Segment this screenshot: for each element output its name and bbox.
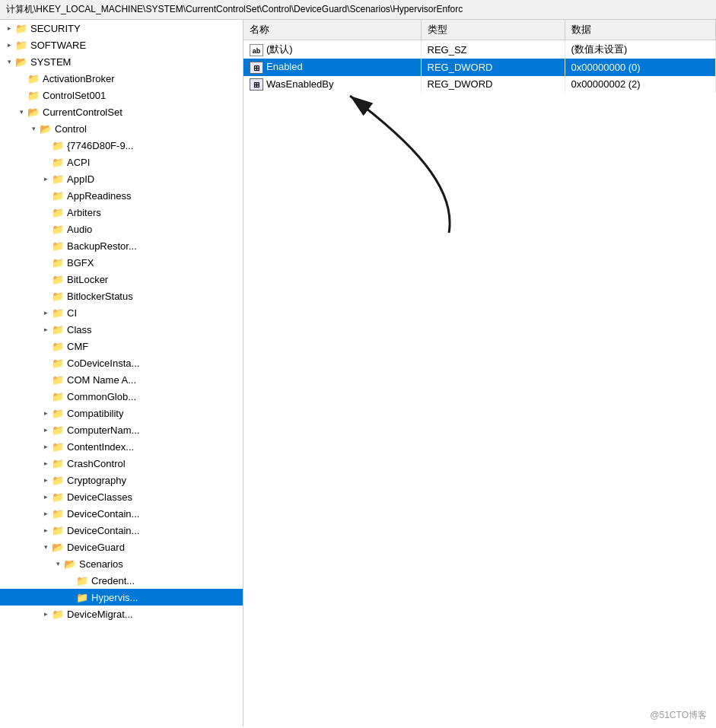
string-icon: ab <box>250 44 263 56</box>
tree-item-guid7746[interactable]: 📁{7746D80F-9... <box>0 137 243 154</box>
tree-item-label: DeviceGuard <box>67 542 125 553</box>
tree-item-bitlocker[interactable]: 📁BitLocker <box>0 271 243 288</box>
tree-item-deviceguard[interactable]: ▾📂DeviceGuard <box>0 539 243 555</box>
tree-item-appreadiness[interactable]: 📁AppReadiness <box>0 187 243 204</box>
tree-item-label: Hypervis... <box>91 592 138 603</box>
folder-icon: 📁 <box>52 358 64 369</box>
folder-icon: 📁 <box>52 224 64 235</box>
tree-item-label: DeviceContain... <box>67 525 139 536</box>
expand-btn[interactable]: ▸ <box>40 323 52 335</box>
tree-item-computernam[interactable]: ▸📁ComputerNam... <box>0 421 243 438</box>
folder-icon: 📁 <box>52 274 64 285</box>
tree-item-hypervis[interactable]: 📁Hypervis... <box>0 589 243 606</box>
expand-placeholder <box>15 89 27 101</box>
collapse-btn[interactable]: ▾ <box>3 56 15 68</box>
tree-item-bitlockerstatus[interactable]: 📁BitlockerStatus <box>0 288 243 304</box>
tree-item-codeviceinsta[interactable]: 📁CoDeviceInsta... <box>0 354 243 371</box>
folder-icon: 📁 <box>76 592 88 603</box>
tree-item-label: CurrentControlSet <box>43 106 123 118</box>
tree-item-class[interactable]: ▸📁Class <box>0 321 243 338</box>
watermark: @51CTO博客 <box>650 709 707 722</box>
tree-item-label: CMF <box>67 341 88 352</box>
collapse-btn[interactable]: ▾ <box>27 122 40 135</box>
tree-item-deviceclasses[interactable]: ▸📁DeviceClasses <box>0 488 243 505</box>
expand-btn[interactable]: ▸ <box>40 524 52 536</box>
collapse-btn[interactable]: ▾ <box>15 106 27 118</box>
folder-icon: 📁 <box>52 341 64 352</box>
tree-item-label: ComputerNam... <box>67 424 139 436</box>
expand-btn[interactable]: ▸ <box>3 39 15 51</box>
expand-btn[interactable]: ▸ <box>40 424 52 436</box>
expand-placeholder <box>40 340 52 352</box>
reg-entry-name: ab(默认) <box>243 40 421 59</box>
expand-btn[interactable]: ▸ <box>40 491 52 503</box>
expand-placeholder <box>40 223 52 235</box>
tree-item-devicemigrat[interactable]: ▸📁DeviceMigrat... <box>0 606 243 622</box>
folder-icon: 📁 <box>52 240 64 252</box>
expand-btn[interactable]: ▸ <box>40 608 52 620</box>
table-row[interactable]: ⊞WasEnabledByREG_DWORD0x00000002 (2) <box>243 76 716 94</box>
expand-btn[interactable]: ▸ <box>40 474 52 486</box>
tree-item-arbiters[interactable]: 📁Arbiters <box>0 204 243 221</box>
tree-item-contentindex[interactable]: ▸📁ContentIndex... <box>0 438 243 455</box>
table-row[interactable]: ⊞EnabledREG_DWORD0x00000000 (0) <box>243 59 716 76</box>
collapse-btn[interactable]: ▾ <box>52 558 64 570</box>
registry-tree: ▸📁SECURITY▸📁SOFTWARE▾📂SYSTEM📁ActivationB… <box>0 20 243 726</box>
tree-item-compatibility[interactable]: ▸📁Compatibility <box>0 405 243 421</box>
tree-item-devicecontain1[interactable]: ▸📁DeviceContain... <box>0 505 243 522</box>
expand-placeholder <box>40 240 52 252</box>
tree-item-system[interactable]: ▾📂SYSTEM <box>0 53 243 70</box>
folder-icon: 📁 <box>52 307 64 319</box>
tree-item-label: ACPI <box>67 157 90 168</box>
expand-btn[interactable]: ▸ <box>40 507 52 520</box>
reg-entry-name-text: WasEnabledBy <box>266 78 333 90</box>
tree-item-control[interactable]: ▾📂Control <box>0 120 243 137</box>
expand-btn[interactable]: ▸ <box>40 307 52 319</box>
tree-item-cmf[interactable]: 📁CMF <box>0 338 243 354</box>
expand-placeholder <box>15 72 27 84</box>
tree-item-scenarios[interactable]: ▾📂Scenarios <box>0 555 243 572</box>
expand-btn[interactable]: ▸ <box>40 407 52 419</box>
registry-content: 名称 类型 数据 ab(默认)REG_SZ(数值未设置)⊞EnabledREG_… <box>243 20 716 726</box>
tree-item-label: DeviceClasses <box>67 491 132 503</box>
tree-item-activationbroker[interactable]: 📁ActivationBroker <box>0 70 243 87</box>
tree-item-controlset001[interactable]: 📁ControlSet001 <box>0 87 243 103</box>
tree-item-label: BitlockerStatus <box>67 291 133 302</box>
folder-icon: 📁 <box>52 408 64 419</box>
tree-item-label: CrashControl <box>67 458 126 469</box>
folder-icon: 📁 <box>27 73 40 84</box>
folder-icon: 📁 <box>27 90 40 101</box>
folder-icon: 📁 <box>52 291 64 302</box>
tree-item-software[interactable]: ▸📁SOFTWARE <box>0 37 243 53</box>
tree-item-acpi[interactable]: 📁ACPI <box>0 154 243 170</box>
folder-icon: 📁 <box>52 140 64 151</box>
tree-item-bgfx[interactable]: 📁BGFX <box>0 254 243 271</box>
table-row[interactable]: ab(默认)REG_SZ(数值未设置) <box>243 40 716 59</box>
expand-btn[interactable]: ▸ <box>40 457 52 469</box>
expand-placeholder <box>40 357 52 369</box>
tree-item-label: ContentIndex... <box>67 441 134 453</box>
tree-item-audio[interactable]: 📁Audio <box>0 221 243 237</box>
tree-item-ci[interactable]: ▸📁CI <box>0 304 243 321</box>
tree-item-credent[interactable]: 📁Credent... <box>0 572 243 589</box>
folder-icon: 📂 <box>64 558 76 570</box>
reg-entry-name-text: Enabled <box>266 61 303 72</box>
reg-entry-type: REG_DWORD <box>421 76 565 94</box>
tree-item-currentcontrolset[interactable]: ▾📂CurrentControlSet <box>0 103 243 120</box>
expand-placeholder <box>40 273 52 285</box>
tree-item-crashcontrol[interactable]: ▸📁CrashControl <box>0 455 243 472</box>
tree-item-comname[interactable]: 📁COM Name A... <box>0 371 243 388</box>
tree-item-devicecontain2[interactable]: ▸📁DeviceContain... <box>0 522 243 539</box>
tree-item-cryptography[interactable]: ▸📁Cryptography <box>0 472 243 488</box>
tree-item-label: Audio <box>67 224 92 235</box>
expand-btn[interactable]: ▸ <box>40 173 52 185</box>
tree-item-security[interactable]: ▸📁SECURITY <box>0 20 243 37</box>
expand-placeholder <box>40 374 52 386</box>
tree-item-commonglob[interactable]: 📁CommonGlob... <box>0 388 243 405</box>
collapse-btn[interactable]: ▾ <box>40 541 52 553</box>
tree-item-backuprestore[interactable]: 📁BackupRestor... <box>0 237 243 254</box>
folder-icon: 📁 <box>52 458 64 469</box>
expand-btn[interactable]: ▸ <box>40 440 52 453</box>
tree-item-appid[interactable]: ▸📁AppID <box>0 170 243 187</box>
expand-btn[interactable]: ▸ <box>3 22 15 34</box>
